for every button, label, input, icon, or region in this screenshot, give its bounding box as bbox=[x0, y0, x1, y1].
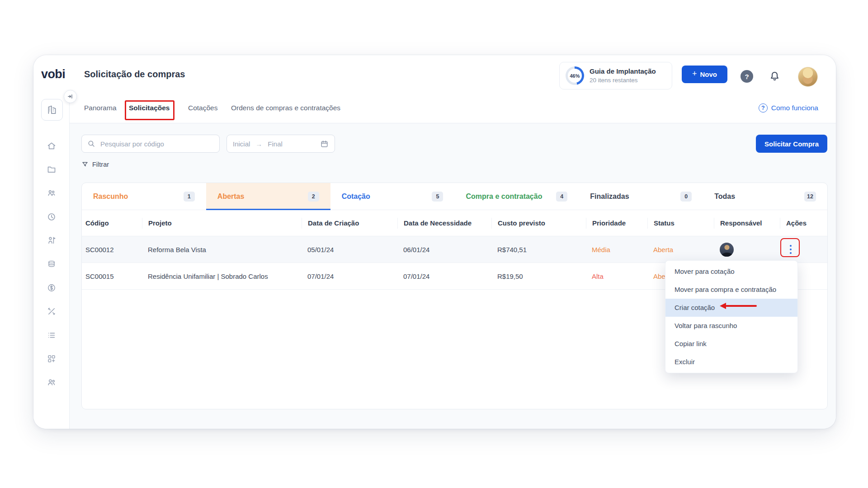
status-tabs: Rascunho 1 Abertas 2 Cotação 5 Compra e … bbox=[82, 183, 827, 210]
search-box[interactable] bbox=[81, 135, 220, 153]
new-button-label: Novo bbox=[700, 70, 717, 78]
status-tab-label: Abertas bbox=[217, 192, 245, 201]
status-tab-rascunho[interactable]: Rascunho 1 bbox=[82, 183, 206, 210]
column-header: Custo previsto bbox=[491, 218, 586, 229]
requests-panel: Rascunho 1 Abertas 2 Cotação 5 Compra e … bbox=[81, 183, 828, 409]
sidebar-expand-toggle[interactable] bbox=[64, 90, 77, 103]
cell-data-criacao: 05/01/24 bbox=[302, 246, 397, 253]
row-actions-context-menu: Mover para cotação Mover para compra e c… bbox=[665, 260, 798, 373]
status-tab-label: Rascunho bbox=[93, 192, 128, 201]
menu-item-copiar-link[interactable]: Copiar link bbox=[665, 335, 797, 353]
table-row[interactable]: SC00012 Reforma Bela Vista 05/01/24 06/0… bbox=[82, 236, 827, 263]
cell-data-necessidade: 06/01/24 bbox=[397, 246, 491, 253]
cell-status: Aberta bbox=[647, 246, 714, 253]
solicitar-compra-button[interactable]: Solicitar Compra bbox=[756, 135, 827, 153]
como-funciona-link[interactable]: ? Como funciona bbox=[759, 93, 818, 122]
menu-item-excluir[interactable]: Excluir bbox=[665, 353, 797, 371]
guide-progress-ring: 46% bbox=[566, 66, 584, 85]
table-header: Código Projeto Data de Criação Data de N… bbox=[82, 210, 827, 236]
clock-icon bbox=[47, 212, 57, 222]
grid-plus-icon bbox=[47, 354, 57, 364]
sidebar-item-history[interactable] bbox=[33, 211, 69, 223]
status-tab-count: 2 bbox=[308, 192, 319, 202]
sidebar-item-field[interactable] bbox=[33, 235, 69, 246]
column-header: Código bbox=[82, 218, 142, 229]
tab-cotacoes[interactable]: Cotações bbox=[188, 93, 217, 122]
status-tab-count: 0 bbox=[680, 192, 692, 202]
row-actions-menu-button[interactable] bbox=[782, 240, 800, 258]
sidebar-item-tasks[interactable] bbox=[33, 329, 69, 341]
menu-item-voltar-rascunho[interactable]: Voltar para rascunho bbox=[665, 317, 797, 335]
cell-codigo: SC00015 bbox=[82, 272, 142, 280]
status-tab-count: 5 bbox=[432, 192, 443, 202]
list-icon bbox=[47, 330, 57, 340]
sidebar-item-clients[interactable] bbox=[33, 376, 69, 388]
coins-icon bbox=[47, 259, 57, 269]
surveyor-icon bbox=[47, 235, 57, 245]
cell-projeto: Reforma Bela Vista bbox=[142, 246, 302, 253]
help-icon[interactable]: ? bbox=[741, 70, 753, 83]
team-icon bbox=[47, 188, 57, 198]
menu-item-mover-cotacao[interactable]: Mover para cotação bbox=[665, 263, 797, 281]
notifications-bell-icon[interactable] bbox=[769, 70, 781, 83]
guide-progress-percent: 46% bbox=[566, 66, 584, 85]
cell-prioridade: Média bbox=[586, 246, 647, 253]
status-tab-label: Finalizadas bbox=[590, 192, 629, 201]
sidebar-item-projects[interactable] bbox=[33, 164, 69, 175]
tab-solicitacoes[interactable]: Solicitações bbox=[129, 93, 170, 122]
status-tab-compra-contratacao[interactable]: Compra e contratação 4 bbox=[454, 183, 579, 210]
tab-ordens[interactable]: Ordens de compras e contratações bbox=[231, 93, 340, 122]
cell-custo: R$19,50 bbox=[491, 272, 586, 280]
tab-panorama[interactable]: Panorama bbox=[84, 93, 117, 122]
sidebar-item-payments[interactable] bbox=[33, 282, 69, 294]
users-icon bbox=[47, 377, 57, 387]
menu-item-criar-cotacao[interactable]: Criar cotação bbox=[665, 299, 797, 317]
status-tab-todas[interactable]: Todas 12 bbox=[703, 183, 827, 210]
column-header: Prioridade bbox=[586, 218, 647, 229]
sidebar-item-tools[interactable] bbox=[33, 305, 69, 317]
project-selector[interactable] bbox=[41, 99, 63, 121]
guide-title: Guia de Implantação bbox=[590, 67, 656, 76]
search-input[interactable] bbox=[99, 140, 214, 148]
plus-icon: + bbox=[692, 69, 697, 79]
sidebar-item-finances[interactable] bbox=[33, 258, 69, 270]
status-tab-label: Cotação bbox=[342, 192, 370, 201]
status-tab-cotacao[interactable]: Cotação 5 bbox=[330, 183, 455, 210]
como-funciona-label: Como funciona bbox=[771, 104, 818, 112]
section-tabs-bar: Panorama Solicitações Cotações Ordens de… bbox=[70, 93, 836, 123]
folder-icon bbox=[47, 164, 57, 174]
cell-codigo: SC00012 bbox=[82, 246, 142, 253]
status-tab-label: Compra e contratação bbox=[466, 192, 542, 201]
cell-acoes bbox=[780, 240, 827, 258]
column-header: Projeto bbox=[142, 218, 302, 229]
sidebar bbox=[33, 93, 70, 429]
funnel-icon bbox=[81, 161, 89, 168]
home-icon bbox=[47, 141, 57, 151]
column-header: Data de Necessidade bbox=[397, 218, 491, 229]
column-header: Responsável bbox=[714, 218, 780, 229]
cell-data-criacao: 07/01/24 bbox=[302, 272, 397, 280]
app-window: vobi Solicitação de compras 46% Guia de … bbox=[33, 55, 836, 429]
implementation-guide-widget[interactable]: 46% Guia de Implantação 20 itens restant… bbox=[559, 62, 672, 89]
new-button[interactable]: + Novo bbox=[682, 66, 727, 83]
sidebar-item-home[interactable] bbox=[33, 140, 69, 152]
cell-custo: R$740,51 bbox=[491, 246, 586, 253]
sidebar-item-modules[interactable] bbox=[33, 353, 69, 365]
cell-responsavel bbox=[714, 243, 780, 257]
status-tab-finalizadas[interactable]: Finalizadas 0 bbox=[579, 183, 703, 210]
search-icon bbox=[87, 140, 95, 148]
date-end-placeholder: Final bbox=[268, 140, 283, 148]
main-content: Panorama Solicitações Cotações Ordens de… bbox=[70, 93, 836, 429]
sidebar-item-team[interactable] bbox=[33, 187, 69, 199]
arrow-right-to-line-icon bbox=[67, 93, 74, 100]
arrow-right-icon: → bbox=[255, 140, 262, 148]
page-title: Solicitação de compras bbox=[84, 55, 185, 93]
menu-item-mover-compra[interactable]: Mover para compra e contratação bbox=[665, 281, 797, 299]
date-range-input[interactable]: Inicial → Final bbox=[226, 135, 335, 153]
question-circle-icon: ? bbox=[759, 103, 768, 113]
filter-button[interactable]: Filtrar bbox=[81, 159, 109, 170]
guide-subtitle: 20 itens restantes bbox=[590, 76, 656, 84]
responsavel-avatar[interactable] bbox=[720, 243, 734, 257]
user-avatar[interactable] bbox=[798, 67, 818, 87]
status-tab-abertas[interactable]: Abertas 2 bbox=[206, 183, 330, 210]
